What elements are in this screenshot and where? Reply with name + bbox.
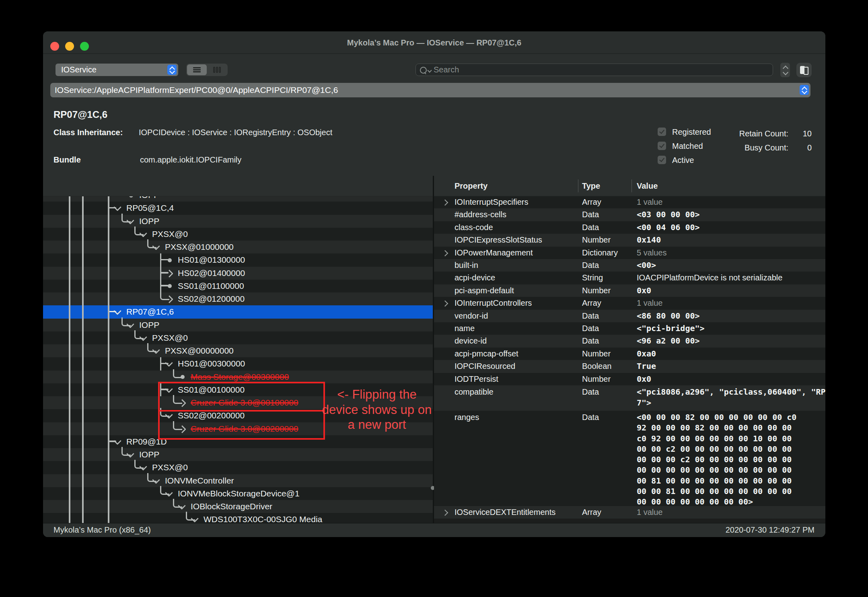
class-inheritance-value: IOPCIDevice : IOService : IORegistryEntr…	[139, 128, 332, 137]
tree-node-label: IOPP	[139, 448, 159, 461]
property-type: Array	[582, 196, 601, 208]
disclosure-icon[interactable]	[442, 200, 448, 206]
disclosure-icon[interactable]	[442, 510, 448, 516]
property-row[interactable]: class-codeData<00 04 06 00>	[434, 221, 825, 234]
property-row[interactable]: IOPCIResourcedBooleanTrue	[434, 360, 825, 373]
tree-node[interactable]: PXSX@01000000	[43, 241, 433, 253]
property-row[interactable]: rangesData<00 00 00 82 00 00 00 00 00 00…	[434, 411, 825, 506]
path-stepper-icon[interactable]	[800, 85, 809, 95]
tree-node[interactable]: HS02@01400000	[43, 267, 433, 280]
column-separator[interactable]	[631, 179, 632, 192]
tree-node[interactable]: SS01@01100000	[43, 280, 433, 292]
property-value: <96 a2 00 00>	[637, 335, 700, 347]
toggle-inspector-icon	[800, 66, 805, 74]
property-row[interactable]: compatibleData<"pci8086,a296", "pciclass…	[434, 385, 825, 411]
property-row[interactable]: pci-aspm-defaultNumber0x0	[434, 284, 825, 297]
tree-node-label: PXSX@0	[152, 331, 188, 344]
checkbox-matched[interactable]	[658, 142, 666, 150]
tree-node-label: PXSX@0	[152, 461, 188, 474]
property-row[interactable]: #address-cellsData<03 00 00 00>	[434, 208, 825, 221]
tree-node-label: RP05@1C,4	[126, 202, 174, 214]
checkbox-active[interactable]	[658, 156, 666, 164]
tree-node[interactable]: PXSX@0	[43, 331, 433, 344]
tree-node[interactable]: IONVMeBlockStorageDevice@1	[43, 487, 433, 500]
counter-value: 0	[788, 143, 812, 152]
history-stepper[interactable]	[780, 63, 790, 77]
properties-pane[interactable]: IOInterruptSpecifiersArray1 value#addres…	[434, 176, 825, 523]
tree-node-label: HS02@01400000	[178, 267, 245, 280]
tree-node[interactable]: HS01@01300000	[43, 253, 433, 266]
tree-guide-line	[82, 176, 84, 523]
counter-label: Busy Count:	[676, 143, 788, 152]
tree-node[interactable]: PXSX@00000000	[43, 344, 433, 357]
status-bar: Mykola’s Mac Pro (x86_64) 2020-07-30 12:…	[43, 523, 825, 537]
titlebar[interactable]: Mykola’s Mac Pro — IOService — RP07@1C,6	[43, 31, 825, 54]
bundle-value: com.apple.iokit.IOPCIFamily	[140, 155, 241, 165]
tree-node-label: HS01@00300000	[178, 357, 245, 370]
property-name: IOInterruptSpecifiers	[455, 196, 528, 208]
tree-node[interactable]: IOBlockStorageDriver	[43, 500, 433, 513]
counter-value: 10	[788, 129, 812, 138]
property-row[interactable]: IOInterruptSpecifiersArray1 value	[434, 196, 825, 208]
property-value: 0xa0	[637, 348, 656, 360]
property-row[interactable]: acpi-pmcap-offsetNumber0xa0	[434, 348, 825, 360]
property-type: Array	[582, 297, 601, 309]
property-row[interactable]: device-idData<96 a2 00 00>	[434, 335, 825, 347]
property-value: <00>	[637, 259, 656, 272]
tree-node[interactable]: IOPP	[43, 319, 433, 331]
popup-stepper-icon	[167, 65, 177, 75]
bullet-icon	[168, 258, 172, 262]
tree-node[interactable]: PXSX@0	[43, 228, 433, 241]
column-header-value[interactable]: Value	[637, 176, 658, 196]
tree-node[interactable]: RP07@1C,6	[43, 305, 433, 318]
list-view-icon[interactable]	[187, 64, 207, 75]
property-row[interactable]: IOPowerManagementDictionary5 values	[434, 247, 825, 259]
property-row[interactable]: IOPCIExpressSlotStatusNumber0x140	[434, 234, 825, 246]
search-scope-chevron-icon[interactable]	[427, 68, 432, 72]
tree-node[interactable]: PXSX@0	[43, 461, 433, 474]
toggle-inspector-button[interactable]	[796, 63, 812, 77]
property-name: name	[455, 322, 475, 335]
property-value: 1 value	[637, 196, 663, 208]
property-row[interactable]: built-inData<00>	[434, 259, 825, 272]
tree-node-label: IOPP	[139, 215, 159, 228]
property-name: built-in	[455, 259, 478, 272]
path-bar[interactable]: IOService:/AppleACPIPlatformExpert/PC00@…	[50, 83, 810, 97]
property-row[interactable]: IODTPersistNumber0x0	[434, 373, 825, 385]
column-header-type[interactable]: Type	[582, 176, 600, 196]
property-row[interactable]: IOInterruptControllersArray1 value	[434, 297, 825, 309]
property-row[interactable]: nameData<"pci-bridge">	[434, 322, 825, 335]
search-input[interactable]: Search	[415, 64, 773, 76]
property-row[interactable]: IOServiceDEXTEntitlementsArray1 value	[434, 506, 825, 519]
property-row[interactable]: vendor-idData<86 80 00 00>	[434, 310, 825, 322]
tree-node[interactable]: HS01@00300000	[43, 357, 433, 370]
disclosure-icon[interactable]	[442, 301, 448, 307]
property-value: <86 80 00 00>	[637, 310, 700, 322]
tree-node-label: PXSX@01000000	[165, 241, 234, 253]
property-value: <00 00 00 82 00 00 00 00 00 00 c092 00 0…	[637, 412, 796, 507]
property-type: Data	[582, 335, 599, 347]
tree-node[interactable]: SS02@01200000	[43, 292, 433, 305]
bullet-icon	[181, 375, 185, 379]
property-row[interactable]: acpi-deviceStringIOACPIPlatformDevice is…	[434, 272, 825, 284]
tree-node-label: IOPP	[139, 319, 159, 331]
column-separator[interactable]	[578, 179, 578, 192]
disclosure-icon[interactable]	[442, 250, 448, 256]
tree-node[interactable]: Mass Storage@00300000	[43, 371, 433, 383]
property-value: <"pci-bridge">	[637, 322, 705, 335]
property-name: IODTPersist	[455, 373, 498, 385]
tree-node[interactable]: RP05@1C,4	[43, 202, 433, 214]
column-view-icon[interactable]	[208, 64, 227, 75]
property-name: acpi-pmcap-offset	[455, 348, 518, 360]
column-header-property[interactable]: Property	[455, 176, 487, 196]
tree-node[interactable]: WDS100T3X0C-00SJG0 Media	[43, 513, 433, 523]
plane-selector-popup[interactable]: IOService	[56, 64, 178, 76]
tree-node[interactable]: IOPP	[43, 215, 433, 228]
path-value: IOService:/AppleACPIPlatformExpert/PC00@…	[55, 83, 338, 97]
property-type: Data	[582, 208, 599, 221]
tree-node[interactable]: IOPP	[43, 448, 433, 461]
view-mode-segmented-control[interactable]	[186, 64, 228, 76]
registry-tree-pane[interactable]: IOPPRP05@1C,4IOPPPXSX@0PXSX@01000000HS01…	[43, 176, 433, 523]
checkbox-registered[interactable]	[658, 128, 666, 136]
tree-node[interactable]: IONVMeController	[43, 474, 433, 487]
